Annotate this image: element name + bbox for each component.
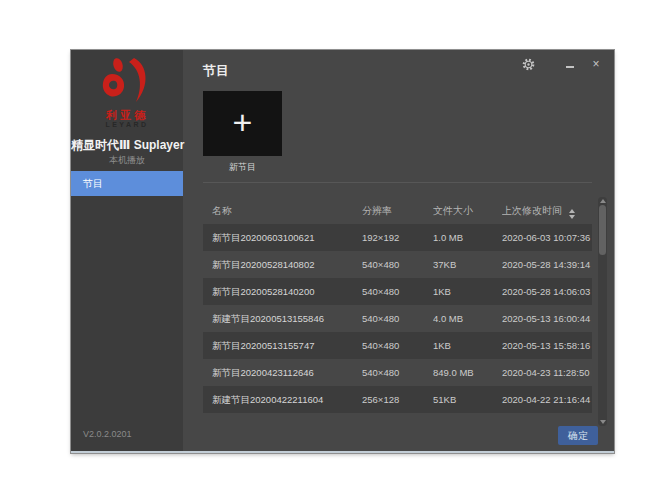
cell-name: 新建节目20200513155846: [212, 305, 360, 332]
table-header: 名称 分辨率 文件大小 上次修改时间: [203, 197, 592, 224]
new-program-label: 新节目: [203, 161, 282, 174]
page-title: 节目: [203, 62, 229, 80]
cell-filesize: …: [433, 413, 500, 426]
table-row[interactable]: 新节目20200528140200540×4801KB2020-05-28 14…: [203, 278, 592, 305]
cell-resolution: 540×480: [362, 332, 431, 359]
product-subtitle: 本机播放: [71, 154, 183, 167]
table-row[interactable]: 新节目20200528140802540×48037KB2020-05-28 1…: [203, 251, 592, 278]
cell-name: 新节目20200603100621: [212, 224, 360, 251]
sidebar: 利亚德 LEYARD 精显时代Ⅲ Suplayer 本机播放 节目 V2.0.2…: [71, 50, 183, 451]
close-button[interactable]: ×: [588, 56, 604, 72]
settings-gear-icon[interactable]: [520, 56, 536, 72]
cell-modified: …: [502, 413, 592, 426]
cell-filesize: 4.0 MB: [433, 305, 500, 332]
cell-resolution: 256×128: [362, 386, 431, 413]
cell-modified: 2020-05-28 14:06:03: [502, 278, 592, 305]
new-program-tile[interactable]: +: [203, 91, 282, 156]
col-header-modified-label: 上次修改时间: [502, 205, 562, 216]
cell-name: …: [212, 413, 360, 426]
desktop: 利亚德 LEYARD 精显时代Ⅲ Suplayer 本机播放 节目 V2.0.2…: [0, 0, 664, 497]
main-panel: × 节目 + 新节目 名称 分辨率 文件大小 上次修改时间 新节目2020060…: [183, 50, 614, 451]
cell-resolution: …: [362, 413, 431, 426]
cell-name: 新节目20200528140200: [212, 278, 360, 305]
product-name: 精显时代Ⅲ Suplayer: [71, 137, 183, 154]
col-header-resolution: 分辨率: [362, 197, 431, 224]
col-header-name: 名称: [212, 197, 360, 224]
titlebar-controls: ×: [520, 54, 604, 74]
cell-filesize: 51KB: [433, 386, 500, 413]
cell-resolution: 540×480: [362, 278, 431, 305]
col-header-modified: 上次修改时间: [502, 197, 612, 224]
brand-name-en: LEYARD: [71, 121, 183, 128]
cell-name: 新节目20200513155747: [212, 332, 360, 359]
cell-resolution: 192×192: [362, 224, 431, 251]
table-row[interactable]: …………: [203, 413, 592, 426]
col-header-filesize: 文件大小: [433, 197, 500, 224]
cell-modified: 2020-05-28 14:39:14: [502, 251, 592, 278]
plus-icon: +: [233, 105, 253, 139]
confirm-button[interactable]: 确定: [558, 426, 598, 445]
table-row[interactable]: 新节目20200423112646540×480849.0 MB2020-04-…: [203, 359, 592, 386]
cell-name: 新节目20200423112646: [212, 359, 360, 386]
cell-filesize: 1.0 MB: [433, 224, 500, 251]
cell-modified: 2020-06-03 10:07:36: [502, 224, 592, 251]
app-window: 利亚德 LEYARD 精显时代Ⅲ Suplayer 本机播放 节目 V2.0.2…: [71, 50, 614, 453]
cell-filesize: 1KB: [433, 332, 500, 359]
cell-resolution: 540×480: [362, 251, 431, 278]
brand-logo-icon: [71, 56, 183, 110]
cell-filesize: 37KB: [433, 251, 500, 278]
section-divider: [203, 182, 592, 183]
table-body: 新节目20200603100621192×1921.0 MB2020-06-03…: [203, 224, 592, 426]
table-row[interactable]: 新节目20200513155747540×4801KB2020-05-13 15…: [203, 332, 592, 359]
scrollbar[interactable]: [598, 197, 607, 426]
cell-resolution: 540×480: [362, 305, 431, 332]
scroll-up-icon[interactable]: [600, 199, 606, 203]
minimize-icon: [566, 66, 574, 68]
cell-modified: 2020-04-23 11:28:50: [502, 359, 592, 386]
cell-name: 新节目20200528140802: [212, 251, 360, 278]
close-icon: ×: [592, 58, 599, 70]
version-label: V2.0.2.0201: [83, 429, 132, 439]
table-row[interactable]: 新节目20200603100621192×1921.0 MB2020-06-03…: [203, 224, 592, 251]
minimize-button[interactable]: [562, 56, 578, 72]
sidebar-item-programs[interactable]: 节目: [71, 171, 183, 196]
cell-modified: 2020-05-13 16:00:44: [502, 305, 592, 332]
cell-modified: 2020-04-22 21:16:44: [502, 386, 592, 413]
table-row[interactable]: 新建节目20200513155846540×4804.0 MB2020-05-1…: [203, 305, 592, 332]
scrollbar-thumb[interactable]: [599, 205, 606, 255]
cell-filesize: 1KB: [433, 278, 500, 305]
cell-modified: 2020-05-13 15:58:16: [502, 332, 592, 359]
cell-name: 新建节目20200422211604: [212, 386, 360, 413]
cell-resolution: 540×480: [362, 359, 431, 386]
cell-filesize: 849.0 MB: [433, 359, 500, 386]
sort-icon[interactable]: [569, 209, 575, 219]
table-row[interactable]: 新建节目20200422211604256×12851KB2020-04-22 …: [203, 386, 592, 413]
scroll-down-icon[interactable]: [600, 420, 606, 424]
